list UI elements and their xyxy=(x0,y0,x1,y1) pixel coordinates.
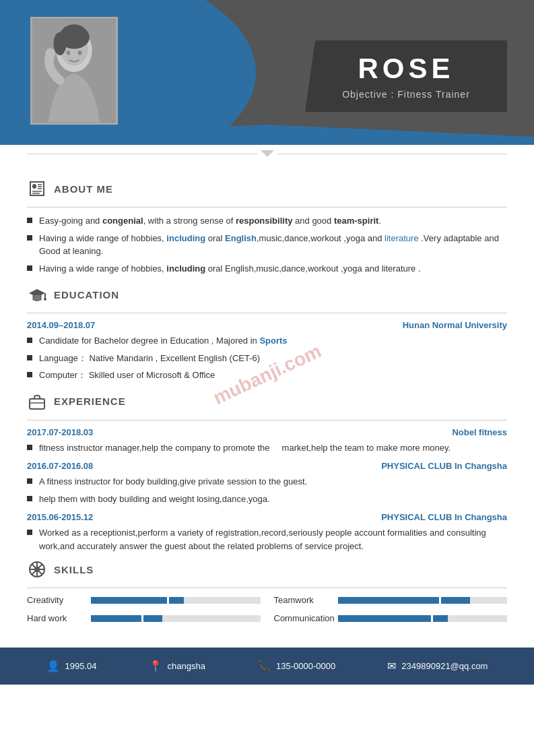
svg-point-18 xyxy=(44,298,46,301)
svg-point-6 xyxy=(45,49,55,59)
list-item: Language： Native Mandarin , Excellent En… xyxy=(27,352,507,365)
name-text: ROSE xyxy=(332,53,480,85)
skill-bar-teamwork xyxy=(338,597,508,604)
exp-bullet-list-1: fitness instructor manager,help the comp… xyxy=(27,441,507,455)
bullet-icon xyxy=(27,478,32,484)
skills-grid: Creativity Teamwork Hard work xyxy=(27,595,507,623)
divider-line-left xyxy=(27,154,257,154)
email-text: 2349890921@qq.com xyxy=(401,661,488,671)
edu-date: 2014.09–2018.07 xyxy=(27,320,95,330)
experience-icon xyxy=(27,391,47,412)
exp-bullet-list-3: Worked as a receptionist,perform a varie… xyxy=(27,526,507,553)
bullet-icon xyxy=(27,355,32,360)
exp-org-1: Nobel fitness xyxy=(452,427,507,437)
header: ROSE Objective : Fitness Trainer xyxy=(0,0,534,145)
experience-section-header: EXPERIENCE xyxy=(27,391,507,412)
about-me-list: Easy-going and congenial, with a strong … xyxy=(27,214,507,275)
birth-text: 1995.04 xyxy=(65,661,97,671)
skills-line xyxy=(27,588,507,588)
about-me-section-header: ABOUT ME xyxy=(27,179,507,199)
education-icon xyxy=(27,284,47,305)
list-item: A fitness instructor for body building,g… xyxy=(27,475,507,489)
exp-entry-header-3: 2015.06-2015.12 PHYSICAL CLUB In Changsh… xyxy=(27,512,507,522)
education-section-header: EDUCATION xyxy=(27,284,507,305)
skill-row-hardwork: Hard work xyxy=(27,613,261,623)
experience-line xyxy=(27,420,507,420)
person-icon: 👤 xyxy=(46,660,60,672)
svg-rect-19 xyxy=(30,399,44,409)
skill-row-teamwork: Teamwork xyxy=(274,595,508,605)
email-icon: ✉ xyxy=(387,660,396,672)
objective-text: Objective : Fitness Trainer xyxy=(332,89,480,100)
bullet-icon xyxy=(27,338,32,343)
skills-title: SKILLS xyxy=(54,564,507,575)
bullet-icon xyxy=(27,372,32,377)
svg-point-7 xyxy=(67,51,71,55)
bullet-icon xyxy=(27,530,32,535)
about-me-line xyxy=(27,207,507,208)
divider-row xyxy=(0,145,534,162)
divider-arrow xyxy=(261,150,274,157)
bullet-icon xyxy=(27,265,32,271)
list-item: Having a wide range of hobbies, includin… xyxy=(27,232,507,258)
exp-org-3: PHYSICAL CLUB In Changsha xyxy=(381,512,507,522)
skill-bar-fill-teamwork xyxy=(338,597,470,604)
bullet-icon xyxy=(27,445,32,450)
skill-label-teamwork: Teamwork xyxy=(274,595,331,605)
footer-location: 📍 changsha xyxy=(149,660,205,672)
main-content: ABOUT ME Easy-going and congenial, with … xyxy=(0,162,534,637)
skill-bar-creativity xyxy=(91,597,261,604)
about-me-icon xyxy=(27,179,47,199)
bullet-icon xyxy=(27,218,32,223)
edu-bullet-list: Candidate for Bachelor degree in Educati… xyxy=(27,334,507,382)
exp-entry-header-2: 2016.07-2016.08 PHYSICAL CLUB In Changsh… xyxy=(27,461,507,471)
profile-photo xyxy=(30,17,118,125)
list-item: Worked as a receptionist,perform a varie… xyxy=(27,526,507,553)
skill-label-creativity: Creativity xyxy=(27,595,84,605)
exp-date-1: 2017.07-2018.03 xyxy=(27,427,93,437)
name-block: ROSE Objective : Fitness Trainer xyxy=(305,40,507,112)
bullet-icon xyxy=(27,235,32,241)
edu-org: Hunan Normal University xyxy=(403,320,507,330)
exp-date-3: 2015.06-2015.12 xyxy=(27,512,93,522)
list-item: Having a wide range of hobbies, includin… xyxy=(27,262,507,276)
list-item: fitness instructor manager,help the comp… xyxy=(27,441,507,455)
education-title: EDUCATION xyxy=(54,289,507,301)
svg-rect-10 xyxy=(32,184,36,189)
skill-label-hardwork: Hard work xyxy=(27,613,84,623)
footer: 👤 1995.04 📍 changsha 📞 135-0000-0000 ✉ 2… xyxy=(0,648,534,685)
about-me-title: ABOUT ME xyxy=(54,183,507,195)
location-icon: 📍 xyxy=(149,660,162,672)
skills-section-header: SKILLS xyxy=(27,559,507,579)
edu-entry-header: 2014.09–2018.07 Hunan Normal University xyxy=(27,320,507,330)
skill-row-communication: Communication xyxy=(274,613,508,623)
list-item: Computer： Skilled user of Microsoft & Of… xyxy=(27,369,507,382)
skill-bar-communication xyxy=(338,615,508,622)
exp-entry-header-1: 2017.07-2018.03 Nobel fitness xyxy=(27,427,507,437)
experience-title: EXPERIENCE xyxy=(54,396,507,407)
list-item: Easy-going and congenial, with a strong … xyxy=(27,214,507,228)
skill-bar-fill-creativity xyxy=(91,597,184,604)
skill-bar-hardwork xyxy=(91,615,261,622)
list-item: help them with body building and weight … xyxy=(27,493,507,506)
divider-line-right xyxy=(277,154,508,154)
phone-icon: 📞 xyxy=(257,660,271,672)
svg-point-8 xyxy=(78,51,82,55)
skills-icon xyxy=(27,559,47,579)
footer-phone: 📞 135-0000-0000 xyxy=(257,660,335,672)
footer-email: ✉ 2349890921@qq.com xyxy=(387,660,488,672)
exp-bullet-list-2: A fitness instructor for body building,g… xyxy=(27,475,507,505)
skill-row-creativity: Creativity xyxy=(27,595,261,605)
education-line xyxy=(27,313,507,313)
footer-birth: 👤 1995.04 xyxy=(46,660,97,672)
svg-point-26 xyxy=(34,567,40,572)
exp-org-2: PHYSICAL CLUB In Changsha xyxy=(381,461,507,471)
exp-date-2: 2016.07-2016.08 xyxy=(27,461,93,471)
skill-bar-fill-communication xyxy=(338,615,448,622)
skill-bar-fill-hardwork xyxy=(91,615,162,622)
phone-text: 135-0000-0000 xyxy=(276,661,335,671)
skill-label-communication: Communication xyxy=(274,613,331,623)
list-item: Candidate for Bachelor degree in Educati… xyxy=(27,334,507,348)
svg-point-5 xyxy=(61,24,87,42)
bullet-icon xyxy=(27,496,32,501)
